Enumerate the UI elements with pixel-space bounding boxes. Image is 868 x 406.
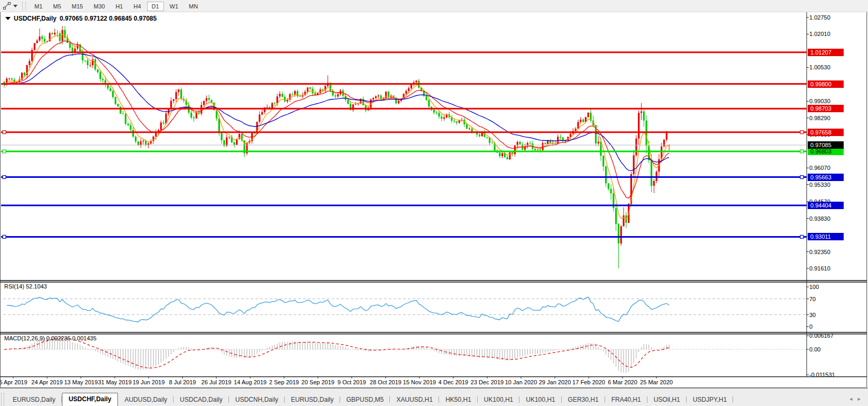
chart-tab-4-usdcnh-daily[interactable]: USDCNH,Daily [229,394,285,406]
timeframe-button-d1[interactable]: D1 [147,2,164,11]
date-tick-label: 4 Dec 2019 [438,379,468,385]
timeframe-button-m5[interactable]: M5 [48,2,66,11]
rsi-tick-label: 70 [809,296,816,302]
tab-scroll-left-icon[interactable]: ◂ [849,395,853,402]
chart-tab-14-usdjpy-h1[interactable]: USDJPY,H1 [687,394,733,406]
chart-tab-10-uk100-h1[interactable]: UK100,H1 [519,394,561,406]
date-tick-label: 2 Sep 2019 [269,379,299,385]
rsi-value: 52.1043 [26,283,47,290]
chart-tab-2-audusd-daily[interactable]: AUDUSD,Daily [118,394,173,406]
timeframe-button-h4[interactable]: H4 [129,2,145,11]
tab-scroll-right-icon[interactable]: ▸ [857,395,861,402]
chart-tab-5-eurusd-daily[interactable]: EURUSD,Daily [285,394,340,406]
date-tick-label: 29 Jan 2020 [539,379,571,385]
level-price-tag: 0.96803 [808,148,844,155]
chart-tab-6-gbpusd-m5[interactable]: GBPUSD,M5 [340,394,390,406]
rsi-tick-label: 100 [809,284,819,290]
date-tick-label: 13 May 2019 [64,379,98,385]
price-tick-label: 0.95330 [809,182,830,188]
rsi-tick-label: 0 [809,323,812,330]
timeframe-button-h1[interactable]: H1 [111,2,127,11]
date-tick-label: 28 Oct 2019 [370,379,401,385]
rsi-tick-label: 30 [809,312,816,318]
macd-tick-label: 0.00 [809,346,820,353]
toolbar-separator [22,2,26,10]
date-tick-label: 31 May 2019 [98,379,132,385]
level-price-tag: 0.99800 [808,80,844,88]
price-tick-label: 0.96070 [809,165,830,171]
timeframe-button-mn[interactable]: MN [184,2,203,11]
chart-canvas[interactable] [0,0,868,406]
chart-tab-1-usdchf-daily[interactable]: USDCHF,Daily [62,393,118,406]
chart-tab-7-xauusd-h1[interactable]: XAUUSD,H1 [390,394,439,406]
date-tick-label: 24 Apr 2019 [31,379,62,385]
tab-scroll-buttons: ◂ ▸ [849,395,868,406]
level-price-tag: 0.97658 [808,129,844,136]
chart-tabs: EURUSD,DailyUSDCHF,DailyAUDUSD,DailyUSDC… [6,393,733,406]
rsi-name: RSI(14) [4,283,24,290]
current-price-tag: 0.97085 [808,141,844,149]
timeframe-button-w1[interactable]: W1 [165,2,184,11]
level-price-tag: 0.93011 [808,233,844,240]
price-tick-label: 1.02010 [809,31,830,37]
mt4-window: M1M5M15M30H1H4D1W1MN USDCHF,Daily 0.9706… [0,0,868,406]
chart-tab-3-usdcad-daily[interactable]: USDCAD,Daily [173,394,229,406]
symbol-caret-icon[interactable] [5,17,11,20]
date-tick-label: 6 Mar 2020 [608,379,637,385]
price-tick-label: 1.02750 [809,14,830,21]
symbol-period-label: USDCHF,Daily [14,15,57,22]
timeframe-button-m1[interactable]: M1 [30,2,47,11]
date-tick-label: 19 Jun 2019 [133,379,165,385]
price-tick-label: 0.91610 [809,265,830,272]
date-tick-label: 9 Oct 2019 [337,379,366,385]
timeframe-button-m30[interactable]: M30 [89,2,109,11]
timeframe-buttons: M1M5M15M30H1H4D1W1MN [29,1,203,11]
chart-tab-bar: EURUSD,DailyUSDCHF,DailyAUDUSD,DailyUSDC… [0,388,868,406]
price-tick-label: 1.00530 [809,64,830,70]
date-tick-label: 20 Sep 2019 [301,379,334,385]
date-tick-label: 5 Apr 2019 [0,379,28,385]
chart-tab-11-ger30-h1[interactable]: GER30,H1 [562,394,605,406]
price-tick-label: 0.92350 [809,249,830,255]
price-tick-label: 0.98290 [809,115,830,121]
macd-indicator-label: MACD(12,26,9) 0.002236 0.001435 [4,335,96,341]
date-tick-label: 26 Jul 2019 [202,379,232,385]
level-price-tag: 0.95663 [808,174,844,181]
chart-tab-0-eurusd-daily[interactable]: EURUSD,Daily [6,394,62,406]
date-tick-label: 25 Mar 2020 [640,379,673,385]
macd-tick-label: -0.011531 [809,372,835,378]
chart-title: USDCHF,Daily 0.97065 0.97122 0.96845 0.9… [5,15,157,22]
date-tick-label: 10 Jan 2020 [505,379,537,385]
chevron-down-icon[interactable] [13,5,17,7]
price-tick-label: 0.99030 [809,98,830,104]
macd-tick-label: 0.006167 [809,332,834,339]
line-studies-icon[interactable] [2,2,12,10]
date-tick-label: 23 Dec 2019 [471,379,504,385]
timeframe-button-m15[interactable]: M15 [67,2,88,11]
tabbar-grip [1,393,4,405]
chart-tab-13-usoil-h1[interactable]: USOil,H1 [647,394,687,406]
level-price-tag: 0.98703 [808,105,844,112]
timeframe-toolbar: M1M5M15M30H1H4D1W1MN [0,0,868,12]
chart-tab-8-hk50-h1[interactable]: HK50,H1 [439,394,478,406]
macd-name: MACD(12,26,9) [4,335,44,341]
macd-values: 0.002236 0.001435 [46,335,96,341]
chart-tab-9-uk100-h1[interactable]: UK100,H1 [478,394,519,406]
level-price-tag: 1.01207 [808,49,844,56]
date-tick-label: 8 Jul 2019 [169,379,196,385]
rsi-indicator-label: RSI(14) 52.1043 [4,283,47,290]
date-tick-label: 15 Nov 2019 [403,379,436,385]
date-tick-label: 17 Feb 2020 [572,379,605,385]
date-tick-label: 14 Aug 2019 [234,379,267,385]
chart-tab-12-fra40-h1[interactable]: FRA40,H1 [605,394,647,406]
price-tick-label: 0.93830 [809,215,830,222]
ohlc-values: 0.97065 0.97122 0.96845 0.97085 [60,15,157,22]
level-price-tag: 0.94404 [808,202,844,209]
